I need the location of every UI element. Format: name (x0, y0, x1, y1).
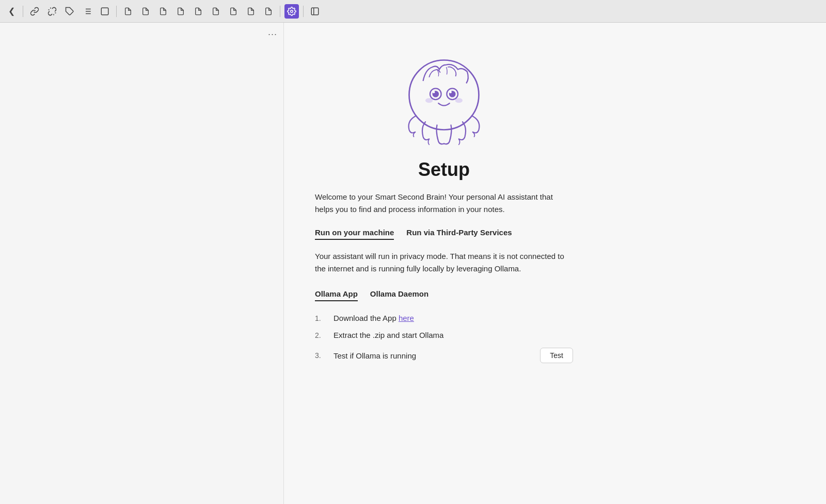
svg-point-21 (449, 91, 452, 93)
file-icon-8[interactable] (244, 4, 258, 19)
tag-icon[interactable] (62, 4, 77, 19)
step-3-text: Test if Ollama is running (333, 351, 534, 360)
step-1-number: 1. (315, 314, 327, 322)
separator-4 (303, 6, 304, 17)
step-1: 1. Download the App here (315, 314, 573, 322)
svg-point-22 (425, 98, 433, 103)
file-icon-9[interactable] (261, 4, 276, 19)
mascot-illustration (398, 43, 490, 147)
link-icon[interactable] (27, 4, 42, 19)
step-2-number: 2. (315, 331, 327, 339)
test-button[interactable]: Test (540, 348, 573, 363)
file-icon-3[interactable] (156, 4, 170, 19)
tab-third-party[interactable]: Run via Third-Party Services (406, 228, 512, 240)
box-icon[interactable] (98, 4, 112, 19)
mascot-container (315, 43, 573, 147)
step-2-text: Extract the .zip and start Ollama (333, 331, 573, 339)
step-3: 3. Test if Ollama is running Test (315, 348, 573, 363)
svg-rect-13 (311, 8, 319, 15)
sidebar: ··· (0, 23, 284, 504)
step-1-text: Download the App here (333, 314, 573, 322)
step-1-label: Download the App (333, 314, 399, 322)
file-icon-6[interactable] (209, 4, 223, 19)
separator-2 (116, 6, 117, 17)
separator-3 (280, 6, 280, 17)
file-icon-2[interactable] (138, 4, 153, 19)
content-area: Setup Welcome to your Smart Second Brain… (284, 23, 826, 504)
svg-point-12 (291, 10, 293, 12)
setup-panel: Setup Welcome to your Smart Second Brain… (315, 43, 573, 363)
main-layout: ··· (0, 23, 826, 504)
list-icon[interactable] (80, 4, 94, 19)
sub-tab-ollama-daemon[interactable]: Ollama Daemon (370, 289, 428, 301)
svg-point-15 (409, 60, 479, 130)
toolbar: ❮ (0, 0, 826, 23)
svg-point-20 (433, 91, 435, 93)
unlink-icon[interactable] (45, 4, 59, 19)
file-icon-1[interactable] (121, 4, 135, 19)
file-icon-4[interactable] (173, 4, 188, 19)
sidebar-more-button[interactable]: ··· (268, 29, 277, 40)
step-3-number: 3. (315, 351, 327, 360)
panel-icon[interactable] (308, 4, 322, 19)
steps-list: 1. Download the App here 2. Extract the … (315, 314, 573, 363)
chevron-icon[interactable]: ❮ (4, 4, 19, 19)
main-tabs: Run on your machine Run via Third-Party … (315, 228, 573, 240)
file-icon-7[interactable] (226, 4, 241, 19)
setup-title: Setup (315, 159, 573, 181)
sub-tab-ollama-app[interactable]: Ollama App (315, 289, 358, 301)
tab-run-on-machine[interactable]: Run on your machine (315, 228, 394, 240)
file-icon-5[interactable] (191, 4, 205, 19)
svg-rect-11 (101, 8, 108, 15)
welcome-text: Welcome to your Smart Second Brain! Your… (315, 191, 573, 216)
step-2: 2. Extract the .zip and start Ollama (315, 331, 573, 339)
svg-point-23 (455, 98, 463, 103)
separator-1 (23, 6, 23, 17)
settings-icon[interactable] (284, 4, 299, 19)
sub-tabs: Ollama App Ollama Daemon (315, 289, 573, 301)
privacy-text: Your assistant will run in privacy mode.… (315, 250, 573, 275)
download-here-link[interactable]: here (399, 314, 414, 322)
